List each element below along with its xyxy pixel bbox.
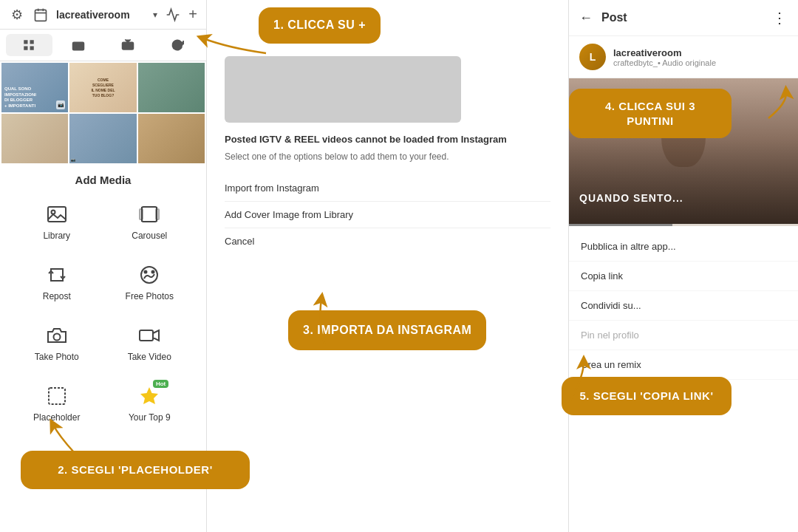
- menu-item-condividi[interactable]: Condividi su...: [569, 291, 798, 321]
- import-options: Import from Instagram Add Cover Image fr…: [225, 175, 550, 254]
- media-item-carousel[interactable]: Carousel: [105, 192, 195, 250]
- take-video-icon: [136, 322, 163, 349]
- your-top-9-icon: Hot: [136, 383, 163, 409]
- video-preview: ESSERE BLOGGERaspettative vs IMMAGINA DI…: [225, 56, 461, 123]
- svg-point-18: [141, 267, 157, 283]
- svg-marker-23: [153, 330, 159, 341]
- step5-bubble: 5. SCEGLI 'COPIA LINK': [562, 377, 732, 415]
- grid-cell-5: 📷: [69, 114, 136, 163]
- media-item-your-top-9[interactable]: Hot Your Top 9: [105, 374, 195, 432]
- grid-cell-3: [138, 63, 205, 112]
- top-bar: ⚙ lacreativeroom ▾ +: [0, 0, 206, 30]
- svg-point-19: [145, 271, 147, 273]
- media-item-free-photos[interactable]: Free Photos: [105, 253, 195, 310]
- post-title: Post: [601, 11, 766, 24]
- svg-rect-4: [24, 40, 28, 44]
- media-item-take-video[interactable]: Take Video: [105, 313, 195, 371]
- add-media-title: Add Media: [0, 165, 206, 192]
- analytics-icon[interactable]: [165, 7, 181, 23]
- svg-rect-0: [35, 10, 47, 21]
- grid-cell-2: COMESCEGLIEREIL NOME DELTUO BLOG?: [69, 63, 136, 112]
- tab-tv[interactable]: [105, 34, 151, 56]
- menu-item-pubblica[interactable]: Pubblica in altre app...: [569, 232, 798, 262]
- menu-item-remix[interactable]: Crea un remix: [569, 350, 798, 380]
- calendar-icon[interactable]: [33, 7, 49, 23]
- import-from-instagram[interactable]: Import from Instagram: [225, 175, 550, 202]
- step2-bubble: 2. SCEGLI 'PLACEHOLDER': [21, 451, 250, 489]
- carousel-icon: [136, 201, 163, 228]
- your-top-9-label: Your Top 9: [129, 412, 171, 423]
- media-item-repost[interactable]: Repost: [12, 253, 102, 310]
- svg-rect-6: [24, 47, 28, 50]
- step4-bubble: 4. CLICCA SUI 3 PUNTINI: [569, 89, 732, 138]
- cancel-option[interactable]: Cancel: [225, 228, 550, 254]
- grid-preview: QUAL SONOimpostazionidi Blogger+ importa…: [0, 61, 206, 165]
- right-panel: ← Post ⋮ L lacreativeroom craftedbytc_• …: [569, 0, 798, 532]
- library-icon: [44, 201, 70, 228]
- grid-cell-1: QUAL SONOimpostazionidi Blogger+ importa…: [1, 63, 68, 112]
- chevron-down-icon: ▾: [153, 10, 157, 20]
- svg-rect-22: [140, 330, 153, 341]
- repost-label: Repost: [43, 291, 71, 301]
- svg-rect-11: [48, 207, 66, 222]
- profile-name: lacreativeroom: [613, 47, 788, 58]
- svg-point-20: [152, 271, 154, 273]
- nav-tabs: [0, 30, 206, 61]
- progress-bar: [569, 224, 798, 226]
- free-photos-icon: [136, 262, 163, 288]
- svg-rect-13: [142, 207, 157, 222]
- step1-bubble: 1. CLICCA SU +: [259, 7, 381, 44]
- hot-badge: Hot: [153, 380, 168, 388]
- step3-bubble: 3. IMPORTA DA INSTAGRAM: [288, 310, 486, 350]
- back-button[interactable]: ←: [579, 10, 593, 26]
- svg-rect-5: [30, 40, 34, 44]
- svg-rect-24: [49, 388, 65, 404]
- avatar: L: [579, 44, 606, 70]
- take-photo-icon: [44, 322, 70, 349]
- media-item-placeholder[interactable]: Placeholder: [12, 374, 102, 432]
- tab-refresh[interactable]: [154, 34, 200, 56]
- svg-marker-25: [140, 387, 158, 404]
- tab-igtv[interactable]: [55, 34, 102, 56]
- progress-fill: [569, 224, 672, 226]
- grid-cell-4: [1, 114, 68, 163]
- three-dots-button[interactable]: ⋮: [772, 9, 788, 27]
- svg-rect-10: [122, 42, 133, 50]
- add-cover-image[interactable]: Add Cover Image from Library: [225, 202, 550, 228]
- posted-notice-sub: Select one of the options below to add t…: [225, 151, 550, 163]
- menu-item-copia-link[interactable]: Copia link: [569, 262, 798, 291]
- media-item-library[interactable]: Library: [12, 192, 102, 250]
- repost-icon: [44, 262, 70, 288]
- carousel-label: Carousel: [132, 231, 167, 241]
- media-item-take-photo[interactable]: Take Photo: [12, 313, 102, 371]
- post-header: ← Post ⋮: [569, 0, 798, 36]
- add-icon[interactable]: +: [188, 6, 197, 23]
- library-label: Library: [43, 231, 70, 241]
- middle-panel: ESSERE BLOGGERaspettative vs IMMAGINA DI…: [207, 0, 569, 532]
- grid-cell-6: [138, 114, 205, 163]
- svg-point-21: [53, 334, 60, 341]
- settings-icon[interactable]: ⚙: [9, 7, 25, 23]
- posted-notice: Posted IGTV & REEL videos cannot be load…: [225, 133, 550, 163]
- placeholder-label: Placeholder: [33, 412, 80, 423]
- video-overlay-text: QUANDO SENTO...: [579, 192, 683, 204]
- profile-sub: craftedbytc_• Audio originale: [613, 58, 788, 67]
- take-video-label: Take Video: [128, 352, 171, 362]
- profile-info: lacreativeroom craftedbytc_• Audio origi…: [613, 47, 788, 67]
- account-name[interactable]: lacreativeroom: [56, 9, 146, 21]
- svg-rect-7: [30, 47, 34, 50]
- tab-grid[interactable]: [6, 34, 52, 56]
- posted-notice-title: Posted IGTV & REEL videos cannot be load…: [225, 133, 550, 146]
- menu-list: Pubblica in altre app... Copia link Cond…: [569, 226, 798, 386]
- placeholder-icon: [44, 383, 70, 409]
- media-grid: Library Carousel: [0, 192, 206, 432]
- free-photos-label: Free Photos: [126, 291, 174, 301]
- menu-item-pin[interactable]: Pin nel profilo: [569, 321, 798, 350]
- post-profile: L lacreativeroom craftedbytc_• Audio ori…: [569, 36, 798, 78]
- take-photo-label: Take Photo: [35, 352, 79, 362]
